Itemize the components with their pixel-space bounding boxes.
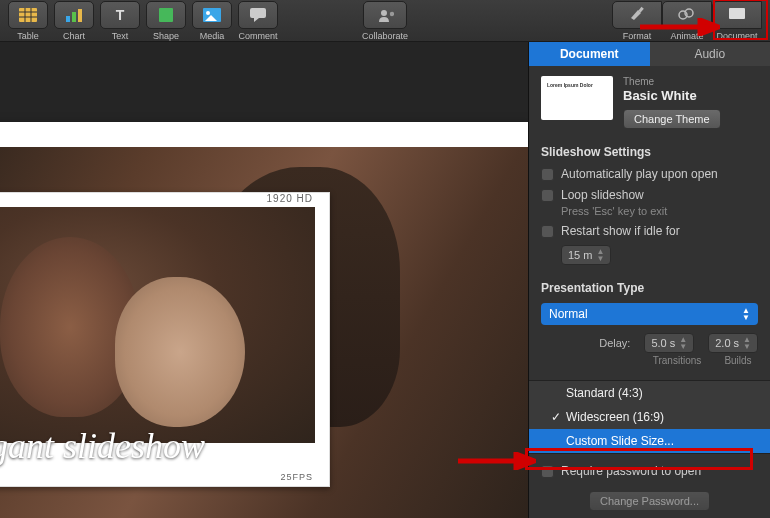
slideshow-settings-title: Slideshow Settings [541, 145, 758, 159]
slide-size-menu: Standard (4:3) ✓Widescreen (16:9) Custom… [529, 380, 770, 454]
document-label: Document [716, 31, 757, 41]
table-icon [19, 8, 37, 22]
loop-hint: Press 'Esc' key to exit [561, 205, 758, 217]
comment-icon [249, 8, 267, 22]
checkbox-restart[interactable] [541, 225, 554, 238]
tab-document[interactable]: Document [529, 42, 650, 66]
checkbox-autoplay[interactable] [541, 168, 554, 181]
presentation-type-title: Presentation Type [541, 281, 758, 295]
svg-rect-6 [72, 12, 76, 22]
table-label: Table [17, 31, 39, 41]
loop-label: Loop slideshow [561, 188, 644, 202]
autoplay-label: Automatically play upon open [561, 167, 718, 181]
idle-time-stepper[interactable]: 15 m▲▼ [561, 245, 611, 265]
delay-label: Delay: [599, 337, 630, 349]
slide-caption: gant slideshow [0, 425, 205, 467]
tab-audio[interactable]: Audio [650, 42, 771, 66]
builds-stepper[interactable]: 2.0 s▲▼ [708, 333, 758, 353]
svg-rect-12 [250, 8, 266, 18]
svg-rect-8 [159, 8, 173, 22]
media-icon [203, 8, 221, 22]
stepper-arrows-icon: ▲▼ [596, 248, 604, 262]
theme-thumbnail [541, 76, 613, 120]
media-label: Media [200, 31, 225, 41]
svg-rect-5 [66, 16, 70, 22]
shape-button[interactable] [146, 1, 186, 29]
change-password-button[interactable]: Change Password... [589, 491, 710, 511]
comment-button[interactable] [238, 1, 278, 29]
frame-label-fps: 25FPS [280, 472, 313, 482]
chart-button[interactable] [54, 1, 94, 29]
presentation-type-select[interactable]: Normal▲▼ [541, 303, 758, 325]
size-widescreen[interactable]: ✓Widescreen (16:9) [529, 405, 770, 429]
svg-rect-0 [19, 8, 37, 22]
slide-background-photo: 1920 HD TO 25FPS gant slideshow [0, 147, 528, 518]
text-label: Text [112, 31, 129, 41]
theme-label: Theme [623, 76, 721, 87]
checkbox-loop[interactable] [541, 189, 554, 202]
table-button[interactable] [8, 1, 48, 29]
svg-marker-13 [254, 18, 259, 22]
transitions-label: Transitions [650, 355, 704, 366]
text-icon: T [111, 8, 129, 22]
comment-label: Comment [238, 31, 277, 41]
restart-label: Restart show if idle for [561, 224, 680, 238]
transitions-stepper[interactable]: 5.0 s▲▼ [644, 333, 694, 353]
svg-point-15 [390, 11, 394, 15]
collaborate-label: Collaborate [362, 31, 408, 41]
collaborate-button[interactable] [363, 1, 407, 29]
inspector-sidebar: Document Audio Theme Basic White Change … [528, 42, 770, 518]
annotation-arrow-custom-size [458, 452, 536, 470]
checkbox-require-password[interactable] [541, 465, 554, 478]
svg-point-14 [381, 10, 387, 16]
chart-icon [65, 8, 83, 22]
media-button[interactable] [192, 1, 232, 29]
select-arrows-icon: ▲▼ [742, 307, 750, 321]
require-password-label: Require password to open [561, 464, 701, 478]
svg-rect-7 [78, 9, 82, 22]
annotation-arrow-document [640, 18, 720, 36]
check-icon: ✓ [551, 410, 560, 424]
change-theme-button[interactable]: Change Theme [623, 109, 721, 129]
shape-icon [157, 8, 175, 22]
size-custom[interactable]: Custom Slide Size... [529, 429, 770, 453]
svg-marker-21 [700, 20, 718, 34]
builds-label: Builds [718, 355, 758, 366]
collaborate-icon [376, 8, 394, 22]
slide-canvas[interactable]: 1920 HD TO 25FPS gant slideshow [0, 42, 528, 518]
svg-rect-19 [729, 8, 745, 19]
svg-marker-23 [516, 454, 534, 468]
svg-point-10 [206, 11, 210, 15]
document-icon [728, 6, 746, 24]
frame-label-hd: 1920 HD [267, 193, 313, 204]
theme-name: Basic White [623, 88, 721, 103]
text-button[interactable]: T [100, 1, 140, 29]
shape-label: Shape [153, 31, 179, 41]
size-standard[interactable]: Standard (4:3) [529, 381, 770, 405]
chart-label: Chart [63, 31, 85, 41]
